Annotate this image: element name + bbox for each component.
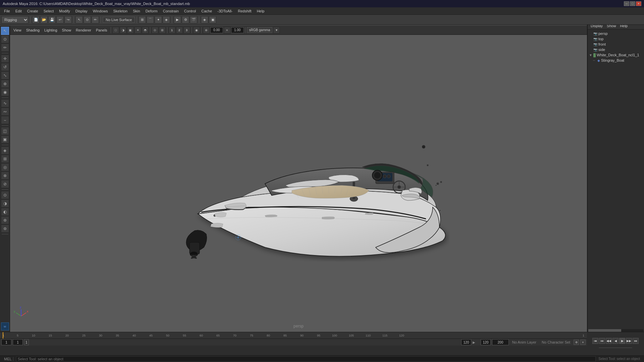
range-end-input[interactable] xyxy=(461,339,471,345)
snap-surface-button[interactable]: ◈ xyxy=(163,16,170,23)
char-set-options-btn[interactable]: ≡ xyxy=(580,340,586,345)
snap-curve-button[interactable]: ⌒ xyxy=(147,16,154,23)
render-settings-button[interactable]: ⚙ xyxy=(182,16,189,23)
display-mode-button[interactable]: ▣ xyxy=(209,16,216,23)
vp-gamma-arrow[interactable]: ▼ xyxy=(273,27,280,34)
menu-constrain[interactable]: Constrain xyxy=(160,8,181,14)
vp-camera-btn[interactable]: ◉ xyxy=(193,27,200,34)
range-max-end-input[interactable] xyxy=(481,339,491,345)
menu-create[interactable]: Create xyxy=(24,8,41,14)
vp-textured-btn[interactable]: ▣ xyxy=(127,27,134,34)
render-view-button[interactable]: ▶ xyxy=(174,16,181,23)
new-file-button[interactable]: 📄 xyxy=(32,16,40,23)
vp-res-3-btn[interactable]: 3 xyxy=(183,27,190,34)
menu-skin[interactable]: Skin xyxy=(130,8,143,14)
undo-button[interactable]: ↩ xyxy=(56,16,64,23)
outliner-top-item[interactable]: 📷 top xyxy=(588,36,644,42)
status-command-input[interactable] xyxy=(16,356,596,362)
tool-5d[interactable]: ⊗ xyxy=(1,172,9,180)
menu-help[interactable]: Help xyxy=(254,8,267,14)
tool-5c[interactable]: ◎ xyxy=(1,163,9,171)
outliner-persp-item[interactable]: 📷 persp xyxy=(588,31,644,36)
vp-wireframe-btn[interactable]: □ xyxy=(112,27,119,34)
outliner-horizontal-scrollbar[interactable] xyxy=(588,329,643,332)
menu-edit[interactable]: Edit xyxy=(13,8,24,14)
vp-panels-menu[interactable]: Panels xyxy=(94,27,109,33)
rigging-dropdown[interactable]: Rigging Animation Modeling Rendering xyxy=(1,16,29,23)
minimize-button[interactable]: ─ xyxy=(624,1,629,6)
vp-res-1-btn[interactable]: 1 xyxy=(169,27,175,34)
play-back-btn[interactable]: ◀◀ xyxy=(606,338,612,344)
mel-label[interactable]: MEL xyxy=(3,357,13,361)
open-file-button[interactable]: 📂 xyxy=(40,16,48,23)
maximize-button[interactable]: □ xyxy=(630,1,635,6)
range-start-input[interactable] xyxy=(13,339,23,345)
paint-select-tool[interactable]: ✏ xyxy=(1,44,9,52)
ep-curve-tool[interactable]: ∾ xyxy=(1,108,9,116)
select-tool-button[interactable]: ↖ xyxy=(75,16,83,23)
outliner-side-item[interactable]: 📷 side xyxy=(588,47,644,52)
vp-isolate-btn[interactable]: ⊙ xyxy=(152,27,158,34)
paint-tool-button[interactable]: ✏ xyxy=(92,16,99,23)
vp-view-menu[interactable]: View xyxy=(11,27,23,33)
vp-value2-input[interactable] xyxy=(231,27,244,33)
show-hide-button[interactable]: ◈ xyxy=(201,16,208,23)
tool-6d[interactable]: ⊛ xyxy=(1,216,9,224)
outliner-stingray-item[interactable]: ─ ◆ Stingray_Boat xyxy=(588,58,644,63)
lasso-tool-button[interactable]: ⊙ xyxy=(84,16,91,23)
vp-show-menu[interactable]: Show xyxy=(60,27,73,33)
snap-grid-button[interactable]: ⊞ xyxy=(139,16,146,23)
vp-lighting-menu[interactable]: Lighting xyxy=(42,27,59,33)
cv-curve-tool[interactable]: ∿ xyxy=(1,99,9,107)
outliner-front-item[interactable]: 📷 front xyxy=(588,42,644,47)
render-layer-tool[interactable]: ▣ xyxy=(1,135,9,143)
prev-key-btn[interactable]: ⏭ xyxy=(599,338,605,344)
char-set-settings-btn[interactable]: ⚙ xyxy=(574,340,579,345)
viewport[interactable]: View Shading Lighting Show Renderer Pane… xyxy=(10,25,587,332)
play-forward-btn[interactable]: ▶ xyxy=(619,338,625,344)
tool-5a[interactable]: ◈ xyxy=(1,146,9,155)
menu-cache[interactable]: Cache xyxy=(199,8,215,14)
step-forward-btn[interactable]: ▶▶ xyxy=(626,338,632,344)
go-start-btn[interactable]: ⏮ xyxy=(592,338,598,344)
menu-display[interactable]: Display xyxy=(73,8,90,14)
menu-modify[interactable]: Modify xyxy=(56,8,72,14)
menu-3dtoall[interactable]: -3DToAll- xyxy=(215,8,235,14)
menu-select[interactable]: Select xyxy=(41,8,57,14)
bezier-tool[interactable]: ⌣ xyxy=(1,116,9,124)
menu-control[interactable]: Control xyxy=(181,8,199,14)
scale-tool[interactable]: ⤡ xyxy=(1,71,9,79)
universal-manip-tool[interactable]: ⊕ xyxy=(1,80,9,88)
soft-mod-tool[interactable]: ◉ xyxy=(1,88,9,96)
vp-offset-toggle[interactable]: ⊕ xyxy=(203,27,210,34)
vp-shading-menu[interactable]: Shading xyxy=(24,27,42,33)
menu-windows[interactable]: Windows xyxy=(90,8,111,14)
vp-value1-input[interactable]: 0.00 xyxy=(210,27,223,33)
vp-light-btn[interactable]: ☀ xyxy=(135,27,141,34)
select-arrow-tool[interactable]: ↖ xyxy=(1,27,9,35)
gamma-display[interactable]: sRGB gamma xyxy=(247,27,273,33)
vp-res-2-btn[interactable]: 2 xyxy=(176,27,183,34)
tool-6a[interactable]: ⊙ xyxy=(1,191,9,199)
menu-file[interactable]: File xyxy=(1,8,13,14)
vp-renderer-menu[interactable]: Renderer xyxy=(74,27,93,33)
menu-skeleton[interactable]: Skeleton xyxy=(110,8,130,14)
step-back-btn[interactable]: ◀ xyxy=(612,338,619,344)
tool-6e[interactable]: ⊚ xyxy=(1,225,9,233)
ipr-render-button[interactable]: 🎬 xyxy=(190,16,197,23)
tool-5b[interactable]: ⊞ xyxy=(1,155,9,163)
go-end-btn[interactable]: ⏭ xyxy=(633,338,639,344)
lasso-select-tool[interactable]: ⊙ xyxy=(1,35,9,43)
close-button[interactable]: ✕ xyxy=(636,1,641,6)
vp-smooth-btn[interactable]: ◑ xyxy=(120,27,126,34)
save-file-button[interactable]: 💾 xyxy=(48,16,56,23)
vp-shadow-btn[interactable]: ◓ xyxy=(142,27,149,34)
menu-deform[interactable]: Deform xyxy=(143,8,160,14)
move-tool[interactable]: ✛ xyxy=(1,55,9,63)
tool-5e[interactable]: ⊘ xyxy=(1,180,9,188)
tool-6c[interactable]: ◐ xyxy=(1,208,9,216)
vp-grid-btn[interactable]: ⊞ xyxy=(159,27,166,34)
boat-group-expand-icon[interactable]: ▼ xyxy=(589,53,592,57)
snap-point-button[interactable]: ✦ xyxy=(155,16,162,23)
tool-6b[interactable]: ◑ xyxy=(1,199,9,207)
